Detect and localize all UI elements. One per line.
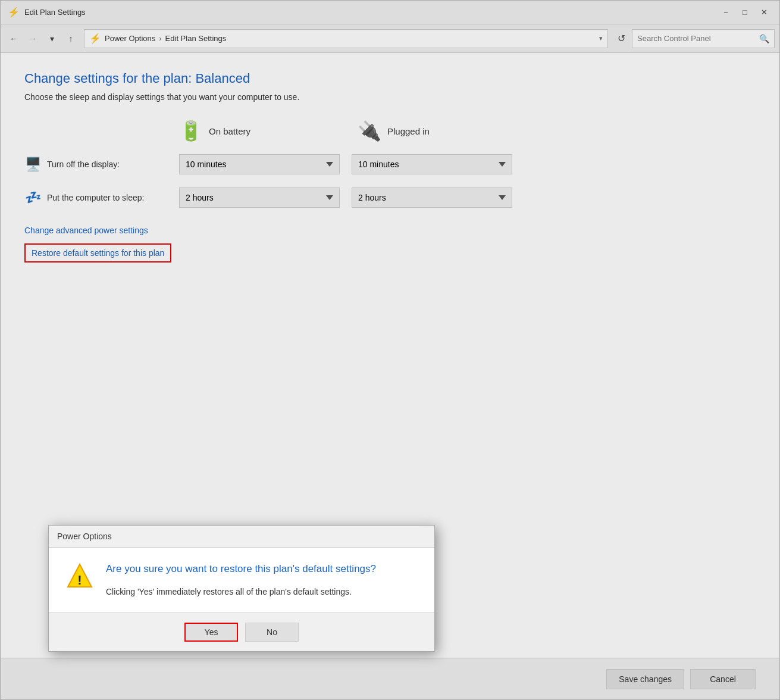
- dialog-overlay: Power Options ! Are you sure you want to…: [1, 1, 779, 699]
- dialog-yes-button[interactable]: Yes: [184, 623, 238, 642]
- main-window: ⚡ Edit Plan Settings − □ ✕ ← → ▾ ↑ ⚡ Pow…: [0, 0, 780, 700]
- dialog-question: Are you sure you want to restore this pl…: [106, 562, 376, 576]
- dialog-content: Are you sure you want to restore this pl…: [106, 562, 376, 598]
- dialog-box: Power Options ! Are you sure you want to…: [48, 525, 435, 652]
- dialog-footer: Yes No: [49, 612, 434, 651]
- warning-icon: !: [65, 562, 94, 590]
- dialog-body: ! Are you sure you want to restore this …: [49, 548, 434, 598]
- dialog-title: Power Options: [49, 526, 434, 548]
- dialog-no-button[interactable]: No: [245, 623, 299, 642]
- svg-text:!: !: [77, 573, 82, 588]
- dialog-description: Clicking 'Yes' immediately restores all …: [106, 586, 376, 598]
